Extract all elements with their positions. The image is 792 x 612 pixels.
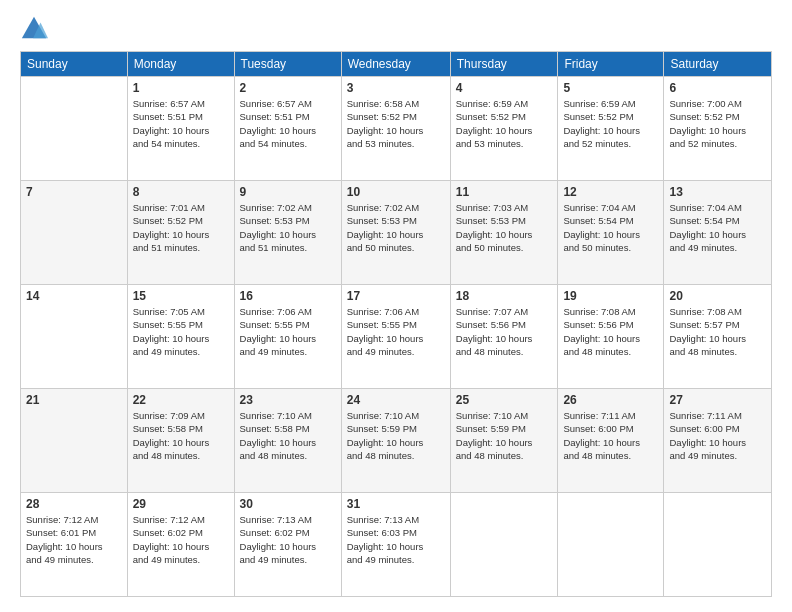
calendar-table: SundayMondayTuesdayWednesdayThursdayFrid… — [20, 51, 772, 597]
calendar-cell: 6Sunrise: 7:00 AMSunset: 5:52 PMDaylight… — [664, 77, 772, 181]
calendar-cell: 29Sunrise: 7:12 AMSunset: 6:02 PMDayligh… — [127, 493, 234, 597]
day-info: Sunrise: 7:02 AMSunset: 5:53 PMDaylight:… — [240, 201, 336, 254]
calendar-cell: 23Sunrise: 7:10 AMSunset: 5:58 PMDayligh… — [234, 389, 341, 493]
day-number: 31 — [347, 497, 445, 511]
weekday-header-sunday: Sunday — [21, 52, 128, 77]
calendar-cell: 12Sunrise: 7:04 AMSunset: 5:54 PMDayligh… — [558, 181, 664, 285]
logo — [20, 15, 52, 43]
day-info: Sunrise: 7:01 AMSunset: 5:52 PMDaylight:… — [133, 201, 229, 254]
day-info: Sunrise: 6:59 AMSunset: 5:52 PMDaylight:… — [563, 97, 658, 150]
week-row-2: 78Sunrise: 7:01 AMSunset: 5:52 PMDayligh… — [21, 181, 772, 285]
day-info: Sunrise: 7:05 AMSunset: 5:55 PMDaylight:… — [133, 305, 229, 358]
calendar-cell: 27Sunrise: 7:11 AMSunset: 6:00 PMDayligh… — [664, 389, 772, 493]
day-info: Sunrise: 7:13 AMSunset: 6:02 PMDaylight:… — [240, 513, 336, 566]
day-info: Sunrise: 7:11 AMSunset: 6:00 PMDaylight:… — [669, 409, 766, 462]
day-info: Sunrise: 7:10 AMSunset: 5:58 PMDaylight:… — [240, 409, 336, 462]
day-number: 30 — [240, 497, 336, 511]
calendar-cell — [558, 493, 664, 597]
calendar-cell: 11Sunrise: 7:03 AMSunset: 5:53 PMDayligh… — [450, 181, 558, 285]
calendar-cell: 26Sunrise: 7:11 AMSunset: 6:00 PMDayligh… — [558, 389, 664, 493]
calendar-cell: 16Sunrise: 7:06 AMSunset: 5:55 PMDayligh… — [234, 285, 341, 389]
calendar-cell: 13Sunrise: 7:04 AMSunset: 5:54 PMDayligh… — [664, 181, 772, 285]
calendar-cell: 25Sunrise: 7:10 AMSunset: 5:59 PMDayligh… — [450, 389, 558, 493]
day-number: 26 — [563, 393, 658, 407]
calendar-cell: 14 — [21, 285, 128, 389]
day-number: 13 — [669, 185, 766, 199]
day-number: 14 — [26, 289, 122, 303]
day-info: Sunrise: 7:12 AMSunset: 6:01 PMDaylight:… — [26, 513, 122, 566]
calendar-cell: 17Sunrise: 7:06 AMSunset: 5:55 PMDayligh… — [341, 285, 450, 389]
day-number: 25 — [456, 393, 553, 407]
week-row-1: 1Sunrise: 6:57 AMSunset: 5:51 PMDaylight… — [21, 77, 772, 181]
calendar-cell — [21, 77, 128, 181]
day-info: Sunrise: 7:08 AMSunset: 5:56 PMDaylight:… — [563, 305, 658, 358]
calendar-cell: 28Sunrise: 7:12 AMSunset: 6:01 PMDayligh… — [21, 493, 128, 597]
calendar-cell — [450, 493, 558, 597]
weekday-header-thursday: Thursday — [450, 52, 558, 77]
day-number: 3 — [347, 81, 445, 95]
day-info: Sunrise: 7:13 AMSunset: 6:03 PMDaylight:… — [347, 513, 445, 566]
calendar-cell: 10Sunrise: 7:02 AMSunset: 5:53 PMDayligh… — [341, 181, 450, 285]
day-number: 17 — [347, 289, 445, 303]
calendar-cell: 7 — [21, 181, 128, 285]
calendar-cell: 22Sunrise: 7:09 AMSunset: 5:58 PMDayligh… — [127, 389, 234, 493]
day-info: Sunrise: 6:57 AMSunset: 5:51 PMDaylight:… — [133, 97, 229, 150]
day-number: 22 — [133, 393, 229, 407]
calendar-cell: 24Sunrise: 7:10 AMSunset: 5:59 PMDayligh… — [341, 389, 450, 493]
calendar-cell: 30Sunrise: 7:13 AMSunset: 6:02 PMDayligh… — [234, 493, 341, 597]
day-number: 19 — [563, 289, 658, 303]
calendar-cell: 21 — [21, 389, 128, 493]
day-number: 20 — [669, 289, 766, 303]
day-info: Sunrise: 7:02 AMSunset: 5:53 PMDaylight:… — [347, 201, 445, 254]
day-info: Sunrise: 7:08 AMSunset: 5:57 PMDaylight:… — [669, 305, 766, 358]
day-info: Sunrise: 7:04 AMSunset: 5:54 PMDaylight:… — [563, 201, 658, 254]
day-number: 27 — [669, 393, 766, 407]
header — [20, 15, 772, 43]
day-info: Sunrise: 7:07 AMSunset: 5:56 PMDaylight:… — [456, 305, 553, 358]
day-number: 5 — [563, 81, 658, 95]
calendar-cell: 20Sunrise: 7:08 AMSunset: 5:57 PMDayligh… — [664, 285, 772, 389]
day-number: 15 — [133, 289, 229, 303]
day-number: 9 — [240, 185, 336, 199]
day-info: Sunrise: 7:00 AMSunset: 5:52 PMDaylight:… — [669, 97, 766, 150]
calendar-cell: 8Sunrise: 7:01 AMSunset: 5:52 PMDaylight… — [127, 181, 234, 285]
week-row-3: 1415Sunrise: 7:05 AMSunset: 5:55 PMDayli… — [21, 285, 772, 389]
day-info: Sunrise: 7:04 AMSunset: 5:54 PMDaylight:… — [669, 201, 766, 254]
calendar-cell: 31Sunrise: 7:13 AMSunset: 6:03 PMDayligh… — [341, 493, 450, 597]
day-info: Sunrise: 7:06 AMSunset: 5:55 PMDaylight:… — [347, 305, 445, 358]
day-info: Sunrise: 7:10 AMSunset: 5:59 PMDaylight:… — [347, 409, 445, 462]
day-number: 18 — [456, 289, 553, 303]
calendar-cell: 4Sunrise: 6:59 AMSunset: 5:52 PMDaylight… — [450, 77, 558, 181]
weekday-header-saturday: Saturday — [664, 52, 772, 77]
calendar-cell: 2Sunrise: 6:57 AMSunset: 5:51 PMDaylight… — [234, 77, 341, 181]
day-info: Sunrise: 7:10 AMSunset: 5:59 PMDaylight:… — [456, 409, 553, 462]
weekday-header-friday: Friday — [558, 52, 664, 77]
day-number: 1 — [133, 81, 229, 95]
calendar-cell: 18Sunrise: 7:07 AMSunset: 5:56 PMDayligh… — [450, 285, 558, 389]
day-number: 4 — [456, 81, 553, 95]
calendar-cell: 5Sunrise: 6:59 AMSunset: 5:52 PMDaylight… — [558, 77, 664, 181]
day-number: 8 — [133, 185, 229, 199]
day-number: 10 — [347, 185, 445, 199]
day-number: 28 — [26, 497, 122, 511]
weekday-header-row: SundayMondayTuesdayWednesdayThursdayFrid… — [21, 52, 772, 77]
week-row-5: 28Sunrise: 7:12 AMSunset: 6:01 PMDayligh… — [21, 493, 772, 597]
calendar-cell — [664, 493, 772, 597]
day-info: Sunrise: 6:58 AMSunset: 5:52 PMDaylight:… — [347, 97, 445, 150]
logo-icon — [20, 15, 48, 43]
day-info: Sunrise: 6:59 AMSunset: 5:52 PMDaylight:… — [456, 97, 553, 150]
weekday-header-monday: Monday — [127, 52, 234, 77]
day-info: Sunrise: 7:06 AMSunset: 5:55 PMDaylight:… — [240, 305, 336, 358]
day-info: Sunrise: 7:12 AMSunset: 6:02 PMDaylight:… — [133, 513, 229, 566]
day-info: Sunrise: 7:03 AMSunset: 5:53 PMDaylight:… — [456, 201, 553, 254]
day-number: 23 — [240, 393, 336, 407]
day-number: 6 — [669, 81, 766, 95]
day-number: 21 — [26, 393, 122, 407]
calendar-cell: 19Sunrise: 7:08 AMSunset: 5:56 PMDayligh… — [558, 285, 664, 389]
day-number: 11 — [456, 185, 553, 199]
day-number: 24 — [347, 393, 445, 407]
weekday-header-wednesday: Wednesday — [341, 52, 450, 77]
day-number: 29 — [133, 497, 229, 511]
day-number: 2 — [240, 81, 336, 95]
calendar-cell: 9Sunrise: 7:02 AMSunset: 5:53 PMDaylight… — [234, 181, 341, 285]
